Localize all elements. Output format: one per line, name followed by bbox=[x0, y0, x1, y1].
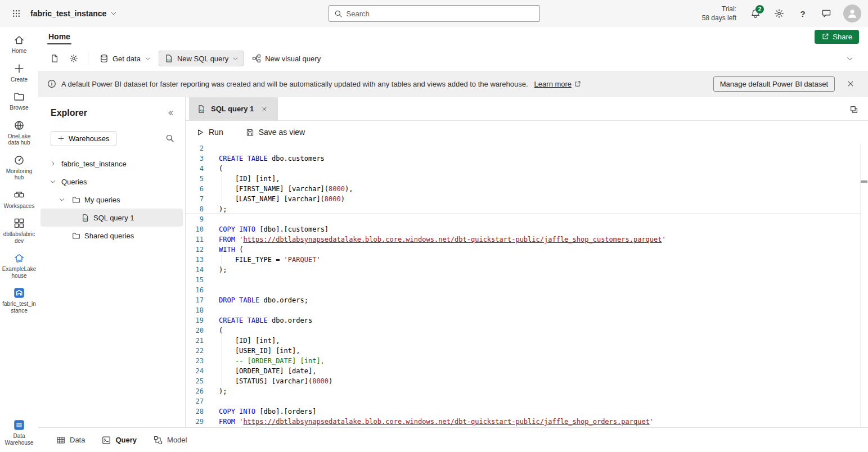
chevron-down-icon bbox=[232, 56, 239, 62]
info-icon bbox=[47, 79, 56, 88]
global-search[interactable] bbox=[329, 5, 540, 22]
nav-item-examplelakehouse[interactable]: ExampleLakehouse bbox=[1, 251, 37, 281]
nav-item-browse[interactable]: Browse bbox=[1, 89, 37, 113]
bottom-tab-data[interactable]: Data bbox=[56, 436, 85, 445]
tree-item-sql-query-1[interactable]: SQLSQL query 1 bbox=[41, 209, 183, 227]
copy-button[interactable] bbox=[847, 102, 861, 117]
sql-file-icon: SQL bbox=[164, 54, 173, 63]
plus-icon bbox=[57, 135, 65, 142]
code-line: [LAST_NAME] [varchar](8000) bbox=[219, 194, 868, 204]
tree-item-fabric-test-instance[interactable]: fabric_test_instance bbox=[41, 155, 183, 173]
close-icon bbox=[847, 80, 854, 88]
tree-item-queries[interactable]: Queries bbox=[41, 173, 183, 191]
gear-icon bbox=[774, 8, 784, 19]
trial-days-left: 58 days left bbox=[702, 13, 736, 22]
nav-item-monitoring-hub[interactable]: Monitoring hub bbox=[1, 153, 37, 183]
banner-close-button[interactable] bbox=[842, 75, 859, 92]
feedback-icon bbox=[821, 8, 831, 19]
nav-item-data-warehouse[interactable]: Data Warehouse bbox=[1, 418, 37, 448]
folder-icon bbox=[70, 231, 82, 240]
help-button[interactable]: ? bbox=[793, 3, 813, 24]
chevron-down-icon bbox=[846, 55, 853, 62]
share-button[interactable]: Share bbox=[815, 30, 859, 44]
svg-text:SQL: SQL bbox=[167, 58, 172, 61]
search-input[interactable] bbox=[347, 10, 534, 18]
code-line: ( bbox=[219, 164, 868, 174]
code-line: FROM 'https://dbtlabsynapsedatalake.blob… bbox=[219, 234, 868, 245]
explorer-search-button[interactable] bbox=[161, 130, 178, 147]
nav-item-home[interactable]: Home bbox=[1, 33, 37, 56]
nav-item-create[interactable]: Create bbox=[1, 61, 37, 85]
warehouse-icon bbox=[14, 287, 25, 299]
nav-item-fabric-test-instance[interactable]: fabric_test_instance bbox=[1, 286, 37, 315]
default-dataset-banner: A default Power BI dataset for faster re… bbox=[38, 71, 868, 97]
code-line: [USER_ID] [int], bbox=[219, 346, 868, 356]
play-icon bbox=[196, 128, 204, 137]
nav-item-dbtlabsfabricdev[interactable]: dbtlabsfabricdev bbox=[1, 216, 37, 246]
query-toolbar: Run Save as view bbox=[186, 121, 868, 143]
code-line bbox=[219, 275, 868, 285]
database-icon bbox=[100, 54, 109, 63]
notifications-button[interactable]: 2 bbox=[745, 3, 766, 24]
run-button[interactable]: Run bbox=[196, 128, 223, 137]
line-numbers: 2345678910111213141516171819202122232425… bbox=[186, 143, 219, 427]
nav-item-workspaces[interactable]: Workspaces bbox=[1, 188, 37, 211]
tab-title: SQL query 1 bbox=[211, 105, 254, 113]
app-launcher-button[interactable] bbox=[7, 4, 26, 23]
tab-sql-query-1[interactable]: SQL SQL query 1 bbox=[189, 97, 278, 121]
workspaces-icon bbox=[14, 189, 25, 201]
code-line bbox=[219, 396, 868, 406]
add-warehouses-button[interactable]: Warehouses bbox=[51, 131, 116, 146]
collapse-ribbon-button[interactable] bbox=[841, 50, 858, 67]
tree-item-my-queries[interactable]: My queries bbox=[41, 191, 183, 209]
settings-button[interactable] bbox=[769, 3, 789, 24]
settings-icon bbox=[69, 54, 78, 63]
bottom-tab-query[interactable]: Query bbox=[102, 436, 137, 445]
tab-home[interactable]: Home bbox=[47, 29, 71, 44]
get-data-button[interactable]: Get data bbox=[94, 51, 156, 66]
new-visual-query-button[interactable]: New visual query bbox=[246, 51, 326, 66]
svg-text:SQL: SQL bbox=[199, 109, 204, 112]
code-line: WITH ( bbox=[219, 245, 868, 255]
save-icon bbox=[246, 128, 254, 137]
new-query-icon-button[interactable] bbox=[46, 50, 63, 67]
learn-more-link[interactable]: Learn more bbox=[534, 80, 581, 88]
account-avatar[interactable] bbox=[843, 4, 861, 22]
learn-more-label: Learn more bbox=[534, 80, 572, 88]
nav-item-onelake-data-hub[interactable]: OneLake data hub bbox=[1, 118, 37, 148]
warehouse-settings-button[interactable] bbox=[65, 50, 82, 67]
chevron-down-icon[interactable] bbox=[56, 195, 68, 204]
terminal-icon bbox=[102, 436, 111, 445]
bottom-tab-model[interactable]: Model bbox=[154, 436, 187, 445]
copy-icon bbox=[849, 105, 858, 114]
new-visual-query-label: New visual query bbox=[265, 55, 321, 63]
new-query-icon bbox=[50, 54, 59, 63]
editor-tabstrip: SQL SQL query 1 bbox=[186, 97, 868, 121]
collapse-explorer-button[interactable] bbox=[163, 105, 178, 121]
visual-query-icon bbox=[252, 54, 261, 63]
code-line: FROM 'https://dbtlabsynapsedatalake.blob… bbox=[219, 417, 868, 427]
trial-label: Trial: bbox=[702, 4, 736, 13]
code-line: ); bbox=[219, 265, 868, 275]
tab-close-button[interactable] bbox=[259, 103, 270, 115]
chevron-right-icon[interactable] bbox=[47, 159, 59, 168]
svg-text:SQL: SQL bbox=[83, 218, 88, 220]
code-line: [ORDER_DATE] [date], bbox=[219, 366, 868, 376]
manage-default-dataset-button[interactable]: Manage default Power BI dataset bbox=[713, 76, 835, 92]
chevron-down-icon[interactable] bbox=[47, 177, 59, 186]
code-line: ); bbox=[219, 204, 868, 214]
save-as-view-button[interactable]: Save as view bbox=[246, 128, 305, 137]
model-icon bbox=[154, 436, 163, 445]
banner-message: A default Power BI dataset for faster re… bbox=[61, 80, 528, 88]
feedback-button[interactable] bbox=[816, 3, 836, 24]
editor-scrollbar[interactable] bbox=[860, 143, 868, 427]
share-label: Share bbox=[833, 33, 852, 41]
code-line: ); bbox=[219, 386, 868, 396]
warehouses-label: Warehouses bbox=[69, 134, 110, 143]
new-sql-query-button[interactable]: SQL New SQL query bbox=[159, 51, 244, 66]
code-line bbox=[219, 305, 868, 315]
tree-item-shared-queries[interactable]: Shared queries bbox=[41, 227, 183, 245]
code-editor[interactable]: 2345678910111213141516171819202122232425… bbox=[186, 143, 868, 427]
workspace-switcher[interactable]: fabric_test_instance bbox=[30, 9, 117, 18]
chevron-spacer bbox=[65, 213, 77, 222]
